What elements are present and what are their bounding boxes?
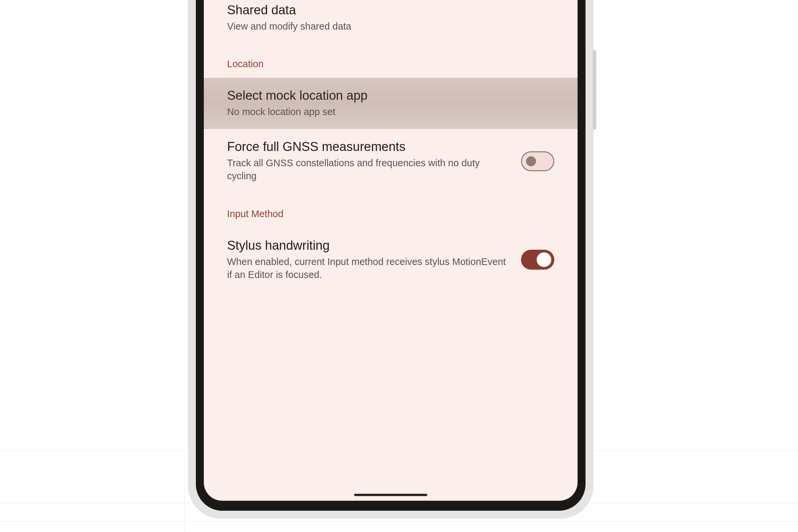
- item-texts: Select mock location app No mock locatio…: [227, 89, 554, 118]
- item-subtitle: Track all GNSS constellations and freque…: [227, 157, 508, 183]
- toggle-knob: [526, 156, 536, 166]
- item-texts: Force full GNSS measurements Track all G…: [227, 140, 508, 183]
- phone-side-button: [593, 50, 596, 130]
- navigation-handle[interactable]: [354, 494, 427, 496]
- section-header-input-method: Input Method: [204, 193, 577, 228]
- phone-bezel: Storage Shared data View and modify shar…: [196, 0, 586, 511]
- toggle-knob: [537, 252, 551, 267]
- toggle-stylus-handwriting[interactable]: [521, 250, 554, 270]
- section-header-location: Location: [204, 43, 577, 78]
- phone-frame: Storage Shared data View and modify shar…: [188, 0, 593, 519]
- item-texts: Stylus handwriting When enabled, current…: [227, 239, 508, 281]
- item-title: Stylus handwriting: [227, 239, 508, 253]
- item-title: Select mock location app: [227, 89, 554, 103]
- settings-screen: Storage Shared data View and modify shar…: [204, 0, 577, 501]
- layout-guide: [0, 521, 798, 522]
- item-subtitle: No mock location app set: [227, 106, 554, 118]
- item-texts: Shared data View and modify shared data: [227, 3, 554, 33]
- item-stylus-handwriting[interactable]: Stylus handwriting When enabled, current…: [204, 228, 577, 292]
- item-shared-data[interactable]: Shared data View and modify shared data: [204, 0, 577, 43]
- layout-guide: [185, 450, 185, 532]
- item-title: Force full GNSS measurements: [227, 140, 508, 154]
- item-title: Shared data: [227, 3, 554, 17]
- toggle-gnss[interactable]: [521, 151, 554, 171]
- item-subtitle: When enabled, current Input method recei…: [227, 255, 508, 281]
- item-subtitle: View and modify shared data: [227, 20, 554, 33]
- item-force-full-gnss[interactable]: Force full GNSS measurements Track all G…: [204, 129, 577, 193]
- item-mock-location-app[interactable]: Select mock location app No mock locatio…: [204, 78, 577, 129]
